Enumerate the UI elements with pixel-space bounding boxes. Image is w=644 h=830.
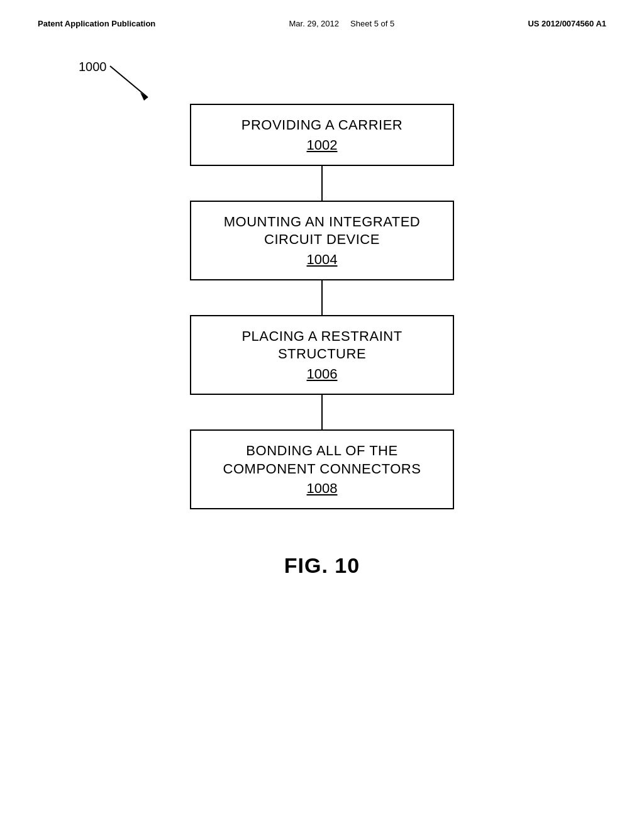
flow-box-1004-line1: MOUNTING AN INTEGRATED — [224, 214, 421, 230]
header-date: Mar. 29, 2012 — [289, 19, 340, 28]
flow-box-1006: PLACING A RESTRAINT STRUCTURE 1006 — [190, 315, 454, 395]
flow-box-1004-number: 1004 — [210, 252, 434, 268]
connector-1002-1004 — [321, 166, 323, 201]
header-left: Patent Application Publication — [38, 19, 155, 28]
flow-box-1004: MOUNTING AN INTEGRATED CIRCUIT DEVICE 10… — [190, 201, 454, 280]
root-label-group: 1000 — [72, 53, 198, 113]
flow-box-1008-number: 1008 — [210, 480, 434, 497]
page: Patent Application Publication Mar. 29, … — [0, 0, 644, 830]
flow-box-1008-line1: BONDING ALL OF THE — [246, 443, 397, 458]
flow-box-1006-line1: PLACING A RESTRAINT — [242, 328, 402, 344]
header-right: US 2012/0074560 A1 — [528, 19, 606, 28]
content: 1000 PROVIDING A CARRIER 1002 MOUNTING A… — [38, 35, 606, 578]
flow-box-1008-line2: COMPONENT CONNECTORS — [223, 461, 421, 477]
header-sheet: Sheet 5 of 5 — [350, 19, 394, 28]
flow-box-1004-line2: CIRCUIT DEVICE — [264, 231, 380, 247]
root-arrow-svg: 1000 — [72, 53, 198, 110]
connector-1004-1006 — [321, 280, 323, 315]
flow-box-1006-number: 1006 — [210, 366, 434, 382]
figure-caption: FIG. 10 — [284, 553, 360, 578]
flowchart: PROVIDING A CARRIER 1002 MOUNTING AN INT… — [38, 104, 606, 509]
connector-1006-1008 — [321, 395, 323, 429]
flow-box-1008: BONDING ALL OF THE COMPONENT CONNECTORS … — [190, 429, 454, 509]
header: Patent Application Publication Mar. 29, … — [38, 19, 606, 28]
flow-box-1006-line2: STRUCTURE — [278, 346, 366, 362]
root-arrow-line — [110, 66, 148, 97]
flow-box-1002-line1: PROVIDING A CARRIER — [242, 117, 402, 133]
root-label-text: 1000 — [79, 60, 107, 74]
flow-box-1002-number: 1002 — [210, 137, 434, 153]
flow-box-1002: PROVIDING A CARRIER 1002 — [190, 104, 454, 166]
header-center: Mar. 29, 2012 Sheet 5 of 5 — [289, 19, 395, 28]
